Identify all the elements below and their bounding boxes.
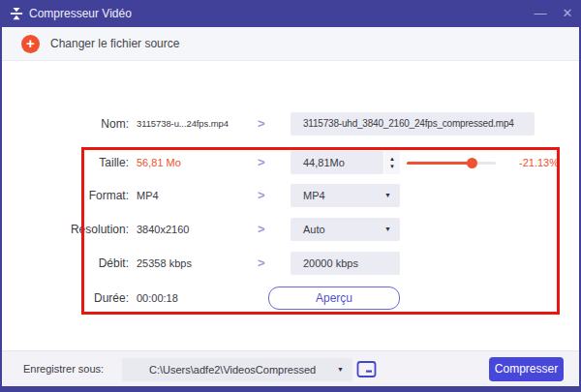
size-slider[interactable] bbox=[407, 162, 496, 165]
output-name-input[interactable]: 3115738-uhd_3840_2160_24fps_compressed.m… bbox=[290, 112, 535, 136]
row-debit: Débit: 25358 kbps > 20000 kbps bbox=[0, 252, 581, 275]
chevron-right-icon: > bbox=[258, 252, 265, 275]
window-border-left bbox=[0, 27, 2, 392]
open-folder-button[interactable] bbox=[356, 360, 377, 378]
add-source-icon[interactable]: + bbox=[21, 35, 40, 53]
chevron-down-icon: ▼ bbox=[384, 218, 391, 241]
row-duree: Durée: 00:00:18 Aperçu bbox=[0, 286, 581, 310]
row-nom: Nom: 3115738-u...24fps.mp4 > 3115738-uhd… bbox=[0, 112, 581, 136]
footer-bar: Enregistrer sous: C:\Users\adfe2\VideosC… bbox=[2, 350, 579, 386]
close-button[interactable]: ✕ bbox=[554, 0, 581, 27]
resolution-label: Résolution: bbox=[0, 218, 129, 241]
size-stepper-up-icon[interactable]: ▲ bbox=[389, 156, 395, 162]
target-size-input[interactable]: 44,81Mo bbox=[290, 151, 383, 174]
preview-button[interactable]: Aperçu bbox=[268, 286, 400, 310]
duree-source-value: 00:00:18 bbox=[137, 286, 178, 310]
size-stepper-down-icon[interactable]: ▼ bbox=[389, 164, 395, 169]
format-dropdown-value: MP4 bbox=[303, 190, 325, 201]
source-bar: + Changer le fichier source bbox=[2, 27, 579, 61]
resolution-source-value: 3840x2160 bbox=[137, 218, 189, 241]
taille-label: Taille: bbox=[0, 151, 129, 174]
window-border-bottom bbox=[0, 386, 581, 392]
compress-icon bbox=[10, 7, 23, 20]
format-dropdown[interactable]: MP4 ▼ bbox=[290, 184, 400, 207]
taille-source-value: 56,81 Mo bbox=[137, 151, 181, 174]
size-reduction-percent: -21.13% bbox=[519, 151, 559, 174]
format-source-value: MP4 bbox=[137, 184, 159, 207]
window-title: Compresseur Vidéo bbox=[29, 0, 132, 27]
row-taille: Taille: 56,81 Mo > 44,81Mo ▲ ▼ -21.13% bbox=[0, 151, 581, 174]
chevron-right-icon: > bbox=[258, 151, 265, 174]
app-window: Compresseur Vidéo — ✕ + Changer le fichi… bbox=[0, 0, 581, 392]
row-resolution: Résolution: 3840x2160 > Auto ▼ bbox=[0, 218, 581, 241]
chevron-down-icon: ▼ bbox=[337, 358, 344, 381]
save-path-value: C:\Users\adfe2\VideosCompressed bbox=[149, 364, 316, 376]
nom-source-value: 3115738-u...24fps.mp4 bbox=[137, 112, 229, 136]
chevron-right-icon: > bbox=[258, 218, 265, 241]
size-slider-handle[interactable] bbox=[467, 158, 477, 168]
chevron-down-icon: ▼ bbox=[384, 184, 391, 207]
bitrate-input[interactable]: 20000 kbps bbox=[290, 252, 400, 275]
change-source-button[interactable]: Changer le fichier source bbox=[50, 27, 179, 61]
resolution-dropdown[interactable]: Auto ▼ bbox=[290, 218, 400, 241]
minimize-button[interactable]: — bbox=[527, 0, 554, 27]
size-stepper: ▲ ▼ bbox=[384, 151, 400, 174]
resolution-dropdown-value: Auto bbox=[303, 224, 325, 235]
debit-source-value: 25358 kbps bbox=[137, 252, 192, 275]
chevron-right-icon: > bbox=[258, 112, 265, 136]
title-bar: Compresseur Vidéo — ✕ bbox=[0, 0, 581, 27]
row-format: Format: MP4 > MP4 ▼ bbox=[0, 184, 581, 207]
nom-label: Nom: bbox=[0, 112, 129, 136]
chevron-right-icon: > bbox=[258, 184, 265, 207]
size-slider-fill bbox=[407, 162, 472, 165]
debit-label: Débit: bbox=[0, 252, 129, 275]
format-label: Format: bbox=[0, 184, 129, 207]
compress-button[interactable]: Compresser bbox=[489, 357, 564, 381]
save-as-label: Enregistrer sous: bbox=[23, 351, 104, 387]
duree-label: Durée: bbox=[0, 286, 129, 310]
save-path-dropdown[interactable]: C:\Users\adfe2\VideosCompressed ▼ bbox=[122, 358, 352, 381]
